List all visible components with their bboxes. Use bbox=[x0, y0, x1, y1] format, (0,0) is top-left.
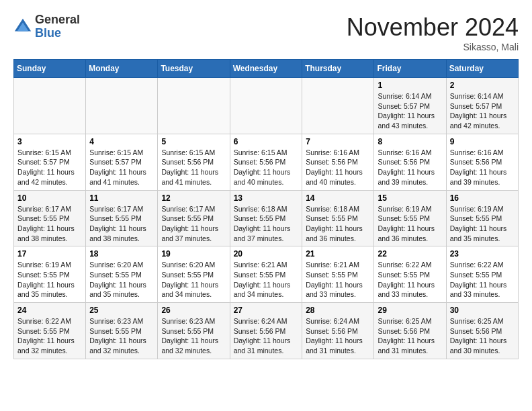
day-number: 9 bbox=[450, 137, 515, 146]
day-number: 8 bbox=[378, 137, 442, 146]
day-info: Sunrise: 6:18 AMSunset: 5:55 PMDaylight:… bbox=[306, 204, 370, 244]
day-info: Sunrise: 6:20 AMSunset: 5:55 PMDaylight:… bbox=[89, 260, 154, 300]
day-info: Sunrise: 6:19 AMSunset: 5:55 PMDaylight:… bbox=[17, 260, 82, 300]
day-number: 20 bbox=[234, 249, 299, 259]
day-number: 7 bbox=[306, 137, 370, 146]
logo-icon bbox=[13, 17, 32, 36]
calendar-cell: 15Sunrise: 6:19 AMSunset: 5:55 PMDayligh… bbox=[374, 190, 446, 246]
logo-general: General bbox=[35, 13, 80, 27]
day-number: 30 bbox=[450, 306, 515, 315]
calendar-cell: 28Sunrise: 6:24 AMSunset: 5:56 PMDayligh… bbox=[302, 303, 374, 359]
day-info: Sunrise: 6:17 AMSunset: 5:55 PMDaylight:… bbox=[89, 204, 154, 244]
day-number: 4 bbox=[89, 137, 154, 146]
day-info: Sunrise: 6:19 AMSunset: 5:55 PMDaylight:… bbox=[450, 204, 515, 244]
calendar-cell: 27Sunrise: 6:24 AMSunset: 5:56 PMDayligh… bbox=[230, 303, 302, 359]
weekday-header: Friday bbox=[374, 60, 446, 78]
day-number: 29 bbox=[378, 306, 442, 315]
calendar-cell: 26Sunrise: 6:23 AMSunset: 5:55 PMDayligh… bbox=[158, 303, 230, 359]
day-number: 17 bbox=[17, 249, 82, 259]
day-number: 12 bbox=[161, 193, 226, 203]
day-info: Sunrise: 6:14 AMSunset: 5:57 PMDaylight:… bbox=[378, 91, 442, 131]
calendar-cell: 19Sunrise: 6:20 AMSunset: 5:55 PMDayligh… bbox=[158, 246, 230, 303]
weekday-header: Monday bbox=[86, 60, 158, 78]
calendar-cell bbox=[158, 78, 230, 134]
logo: General Blue bbox=[13, 13, 80, 40]
calendar-cell: 22Sunrise: 6:22 AMSunset: 5:55 PMDayligh… bbox=[374, 246, 446, 303]
day-number: 21 bbox=[306, 249, 370, 259]
day-info: Sunrise: 6:17 AMSunset: 5:55 PMDaylight:… bbox=[161, 204, 226, 244]
day-info: Sunrise: 6:18 AMSunset: 5:55 PMDaylight:… bbox=[234, 204, 299, 244]
day-number: 11 bbox=[89, 193, 154, 203]
calendar-cell: 7Sunrise: 6:16 AMSunset: 5:56 PMDaylight… bbox=[302, 134, 374, 190]
day-info: Sunrise: 6:19 AMSunset: 5:55 PMDaylight:… bbox=[378, 204, 442, 244]
day-info: Sunrise: 6:17 AMSunset: 5:55 PMDaylight:… bbox=[17, 204, 82, 244]
day-number: 5 bbox=[161, 137, 226, 146]
calendar-cell: 14Sunrise: 6:18 AMSunset: 5:55 PMDayligh… bbox=[302, 190, 374, 246]
page-header: General Blue November 2024 Sikasso, Mali bbox=[13, 13, 519, 52]
day-info: Sunrise: 6:24 AMSunset: 5:56 PMDaylight:… bbox=[234, 316, 299, 356]
weekday-header: Saturday bbox=[446, 60, 518, 78]
calendar-cell: 4Sunrise: 6:15 AMSunset: 5:57 PMDaylight… bbox=[86, 134, 158, 190]
calendar-cell bbox=[230, 78, 302, 134]
day-info: Sunrise: 6:20 AMSunset: 5:55 PMDaylight:… bbox=[161, 260, 226, 300]
calendar-cell: 5Sunrise: 6:15 AMSunset: 5:56 PMDaylight… bbox=[158, 134, 230, 190]
calendar-cell: 17Sunrise: 6:19 AMSunset: 5:55 PMDayligh… bbox=[14, 246, 86, 303]
title-block: November 2024 Sikasso, Mali bbox=[347, 13, 519, 52]
calendar-cell bbox=[86, 78, 158, 134]
day-number: 15 bbox=[378, 193, 442, 203]
day-info: Sunrise: 6:22 AMSunset: 5:55 PMDaylight:… bbox=[17, 316, 82, 356]
location: Sikasso, Mali bbox=[347, 42, 519, 52]
day-info: Sunrise: 6:22 AMSunset: 5:55 PMDaylight:… bbox=[450, 260, 515, 300]
weekday-header: Thursday bbox=[302, 60, 374, 78]
day-number: 28 bbox=[306, 306, 370, 315]
weekday-header: Sunday bbox=[14, 60, 86, 78]
day-number: 1 bbox=[378, 81, 442, 90]
calendar-cell: 2Sunrise: 6:14 AMSunset: 5:57 PMDaylight… bbox=[446, 78, 518, 134]
calendar-cell: 13Sunrise: 6:18 AMSunset: 5:55 PMDayligh… bbox=[230, 190, 302, 246]
logo-text: General Blue bbox=[35, 13, 80, 40]
calendar-cell: 12Sunrise: 6:17 AMSunset: 5:55 PMDayligh… bbox=[158, 190, 230, 246]
day-number: 19 bbox=[161, 249, 226, 259]
calendar-week-row: 3Sunrise: 6:15 AMSunset: 5:57 PMDaylight… bbox=[14, 134, 519, 190]
day-number: 6 bbox=[234, 137, 299, 146]
day-info: Sunrise: 6:15 AMSunset: 5:57 PMDaylight:… bbox=[89, 148, 154, 187]
day-info: Sunrise: 6:16 AMSunset: 5:56 PMDaylight:… bbox=[306, 148, 370, 187]
calendar-cell bbox=[302, 78, 374, 134]
day-info: Sunrise: 6:16 AMSunset: 5:56 PMDaylight:… bbox=[378, 148, 442, 187]
calendar-cell: 8Sunrise: 6:16 AMSunset: 5:56 PMDaylight… bbox=[374, 134, 446, 190]
day-number: 10 bbox=[17, 193, 82, 203]
calendar-cell: 21Sunrise: 6:21 AMSunset: 5:55 PMDayligh… bbox=[302, 246, 374, 303]
day-number: 22 bbox=[378, 249, 442, 259]
day-number: 2 bbox=[450, 81, 515, 90]
day-number: 27 bbox=[234, 306, 299, 315]
day-number: 18 bbox=[89, 249, 154, 259]
day-info: Sunrise: 6:21 AMSunset: 5:55 PMDaylight:… bbox=[306, 260, 370, 300]
calendar-cell: 25Sunrise: 6:23 AMSunset: 5:55 PMDayligh… bbox=[86, 303, 158, 359]
calendar-cell: 16Sunrise: 6:19 AMSunset: 5:55 PMDayligh… bbox=[446, 190, 518, 246]
day-info: Sunrise: 6:16 AMSunset: 5:56 PMDaylight:… bbox=[450, 148, 515, 187]
day-info: Sunrise: 6:15 AMSunset: 5:57 PMDaylight:… bbox=[17, 148, 82, 187]
calendar-cell: 3Sunrise: 6:15 AMSunset: 5:57 PMDaylight… bbox=[14, 134, 86, 190]
calendar-cell: 11Sunrise: 6:17 AMSunset: 5:55 PMDayligh… bbox=[86, 190, 158, 246]
calendar-table: SundayMondayTuesdayWednesdayThursdayFrid… bbox=[13, 59, 519, 359]
weekday-header: Tuesday bbox=[158, 60, 230, 78]
calendar-cell: 24Sunrise: 6:22 AMSunset: 5:55 PMDayligh… bbox=[14, 303, 86, 359]
calendar-week-row: 24Sunrise: 6:22 AMSunset: 5:55 PMDayligh… bbox=[14, 303, 519, 359]
day-number: 23 bbox=[450, 249, 515, 259]
calendar-week-row: 10Sunrise: 6:17 AMSunset: 5:55 PMDayligh… bbox=[14, 190, 519, 246]
calendar-cell: 30Sunrise: 6:25 AMSunset: 5:56 PMDayligh… bbox=[446, 303, 518, 359]
calendar-cell: 1Sunrise: 6:14 AMSunset: 5:57 PMDaylight… bbox=[374, 78, 446, 134]
day-info: Sunrise: 6:23 AMSunset: 5:55 PMDaylight:… bbox=[161, 316, 226, 356]
day-number: 16 bbox=[450, 193, 515, 203]
logo-blue: Blue bbox=[35, 27, 80, 40]
day-info: Sunrise: 6:14 AMSunset: 5:57 PMDaylight:… bbox=[450, 91, 515, 131]
calendar-cell: 9Sunrise: 6:16 AMSunset: 5:56 PMDaylight… bbox=[446, 134, 518, 190]
day-number: 26 bbox=[161, 306, 226, 315]
day-number: 14 bbox=[306, 193, 370, 203]
day-info: Sunrise: 6:15 AMSunset: 5:56 PMDaylight:… bbox=[234, 148, 299, 187]
calendar-cell bbox=[14, 78, 86, 134]
day-number: 13 bbox=[234, 193, 299, 203]
calendar-cell: 18Sunrise: 6:20 AMSunset: 5:55 PMDayligh… bbox=[86, 246, 158, 303]
weekday-header: Wednesday bbox=[230, 60, 302, 78]
calendar-cell: 20Sunrise: 6:21 AMSunset: 5:55 PMDayligh… bbox=[230, 246, 302, 303]
